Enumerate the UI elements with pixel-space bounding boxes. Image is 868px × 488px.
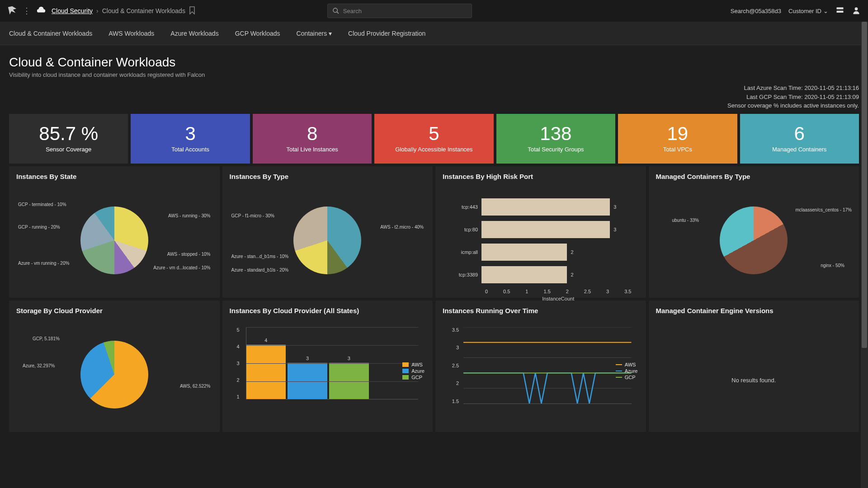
pie-label: AWS - running - 30% [168,213,211,218]
scrollbar-thumb[interactable] [862,22,867,348]
pie-chart[interactable]: mclaassen/cs_centos - 17%nginx - 50%ubun… [654,188,854,292]
bar-value: 2 [571,249,573,255]
panel-instances-by-cloud-provider: Instances By Cloud Provider (All States)… [222,300,433,432]
pie-chart[interactable]: AWS - t2.micro - 40%Azure - stan...d_b1m… [228,188,428,292]
page-subtitle: Visibility into cloud instance and conta… [9,71,859,78]
kpi-value: 138 [540,124,571,143]
kpi-value: 8 [307,124,317,143]
svg-rect-3 [837,10,844,12]
bar-value: 2 [571,272,573,277]
svg-line-1 [337,12,339,14]
panel-instances-running-over-time: Instances Running Over Time 3.532.521.5 … [435,300,646,432]
bar-chart[interactable]: 54321433 [228,323,428,418]
falcon-logo-icon[interactable] [7,5,17,17]
pie-label: Azure - stan...d_b1ms - 10% [231,254,289,259]
kpi-label: Total VPCs [663,146,692,153]
panel-title: Storage By Cloud Provider [9,300,220,319]
pie-label: mclaassen/cs_centos - 17% [795,207,852,212]
legend: AWS Azure GCP [402,361,425,381]
bookmark-icon[interactable] [189,6,195,16]
kpi-card[interactable]: 3Total Accounts [131,114,250,164]
tab-gcp-workloads[interactable]: GCP Workloads [235,28,280,39]
search-input[interactable] [343,8,467,14]
kpi-card[interactable]: 8Total Live Instances [253,114,372,164]
svg-rect-2 [837,7,844,9]
kpi-card[interactable]: 6Managed Containers [740,114,859,164]
bar-chart[interactable]: tcp:443 3tcp:80 3icmp:all 2tcp:3389 200.… [441,188,641,292]
pie-label: AWS - stopped - 10% [167,252,211,257]
pie-label: GCP - running - 20% [18,225,60,230]
pie-chart[interactable]: AWS, 62.522%Azure, 32.297%GCP, 5.181% [14,323,214,427]
panel-managed-container-engine-versions: Managed Container Engine Versions No res… [649,300,859,432]
scan-info-gcp: Last GCP Scan Time: 2020-11-05 21:13:09 [9,93,859,102]
cloud-icon[interactable] [36,6,46,16]
panel-managed-containers-by-type: Managed Containers By Type mclaassen/cs_… [649,166,859,298]
kpi-label: Sensor Coverage [46,146,91,153]
pie-label: nginx - 50% [821,263,844,268]
user-icon[interactable] [852,6,861,16]
panel-instances-by-high-risk-port: Instances By High Risk Port tcp:443 3tcp… [435,166,646,298]
topbar-right: Search@05a358d3 Customer ID ⌄ [731,6,861,16]
panel-title: Instances By Cloud Provider (All States) [222,300,433,319]
kpi-card[interactable]: 5Globally Accessible Instances [374,114,493,164]
bar-value: 3 [613,227,616,232]
pie-chart[interactable]: AWS - running - 30%AWS - stopped - 10%Az… [14,188,214,292]
panel-instances-by-type: Instances By Type AWS - t2.micro - 40%Az… [222,166,433,298]
pie-label: Azure - vm running - 20% [18,261,69,266]
page-title: Cloud & Container Workloads [9,55,859,70]
pie-label: Azure - vm d...located - 10% [153,265,210,270]
kpi-card[interactable]: 138Total Security Groups [496,114,615,164]
kpi-label: Total Accounts [171,146,209,153]
tab-cloud-container-workloads[interactable]: Cloud & Container Workloads [9,28,92,39]
breadcrumb-current: Cloud & Container Workloads [102,7,185,14]
svg-point-0 [333,8,337,12]
panel-title: Instances By High Risk Port [435,166,646,185]
customer-id-label: Customer ID [788,8,821,14]
menu-dots-icon[interactable]: ⋮ [23,7,31,15]
chevron-down-icon: ⌄ [823,8,828,14]
chevron-right-icon: › [96,7,99,14]
tab-aws-workloads[interactable]: AWS Workloads [108,28,154,39]
search-wrap [327,4,472,18]
bar-value: 4 [264,338,267,343]
kpi-label: Total Security Groups [528,146,584,153]
breadcrumb-root[interactable]: Cloud Security [52,7,93,14]
customer-id-dropdown[interactable]: Customer ID ⌄ [788,8,828,14]
pie-label: Azure - standard_b1ls - 20% [231,267,289,272]
kpi-value: 85.7 % [39,124,98,143]
global-search[interactable] [327,4,472,18]
pie-label: GCP - f1-micro - 30% [231,213,274,218]
kpi-label: Globally Accessible Instances [395,146,472,153]
panel-storage-by-cloud-provider: Storage By Cloud Provider AWS, 62.522%Az… [9,300,220,432]
pie-label: GCP, 5.181% [33,336,60,341]
pie-label: GCP - terminated - 10% [18,202,66,207]
kpi-label: Total Live Instances [286,146,338,153]
page-header: Cloud & Container Workloads Visibility i… [0,45,868,84]
caret-down-icon: ▾ [329,30,332,37]
pie-label: ubuntu - 33% [672,218,699,223]
kpi-card[interactable]: 85.7 %Sensor Coverage [9,114,128,164]
kpi-value: 5 [429,124,439,143]
topbar: ⋮ Cloud Security › Cloud & Container Wor… [0,0,868,22]
panel-instances-by-state: Instances By State AWS - running - 30%AW… [9,166,220,298]
tab-azure-workloads[interactable]: Azure Workloads [170,28,218,39]
line-chart[interactable]: 3.532.521.5 [441,323,641,418]
panel-title: Instances By State [9,166,220,185]
kpi-card[interactable]: 19Total VPCs [618,114,737,164]
svg-point-4 [855,7,858,10]
stack-icon[interactable] [835,6,844,16]
vertical-scrollbar[interactable] [861,22,868,488]
kpi-value: 6 [794,124,805,143]
pie-label: AWS - t2.micro - 40% [380,225,424,230]
legend: AWS Azure GCP [616,361,638,381]
tab-cloud-provider-registration[interactable]: Cloud Provider Registration [348,28,425,39]
panel-row-2: Storage By Cloud Provider AWS, 62.522%Az… [0,298,868,432]
no-results-message: No results found. [654,323,854,384]
kpi-value: 3 [185,124,195,143]
scan-info-azure: Last Azure Scan Time: 2020-11-05 21:13:1… [9,84,859,93]
panel-title: Instances Running Over Time [435,300,646,319]
kpi-row: 85.7 %Sensor Coverage3Total Accounts8Tot… [0,114,868,164]
bar-category: tcp:80 [450,227,481,232]
scan-info: Last Azure Scan Time: 2020-11-05 21:13:1… [0,84,868,114]
tab-containers[interactable]: Containers ▾ [297,28,332,39]
